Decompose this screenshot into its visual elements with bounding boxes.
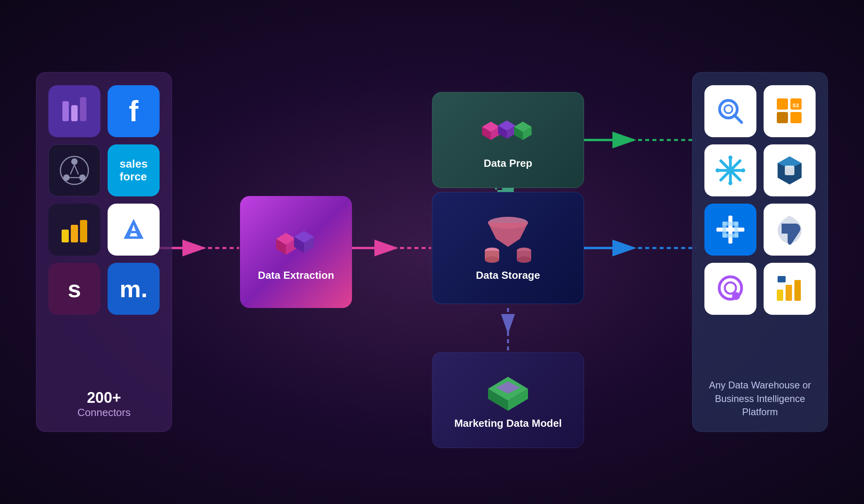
svg-point-65 bbox=[724, 105, 732, 113]
branch-icon bbox=[48, 144, 100, 196]
mdm-label: Marketing Data Model bbox=[454, 417, 562, 430]
svg-point-76 bbox=[728, 181, 732, 185]
svg-point-75 bbox=[728, 156, 732, 160]
svg-rect-69 bbox=[790, 112, 802, 123]
bigquery-icon bbox=[704, 85, 756, 137]
s3-icon: S3 bbox=[764, 85, 816, 137]
destinations-subtitle: Any Data Warehouse or Business Intellige… bbox=[708, 378, 812, 419]
svg-rect-94 bbox=[794, 280, 801, 301]
diagram-container: f salesforce bbox=[12, 12, 852, 492]
svg-rect-92 bbox=[777, 290, 783, 301]
connectors-count: 200+ bbox=[78, 389, 131, 406]
svg-point-58 bbox=[517, 256, 531, 263]
facebook-icon: f bbox=[108, 85, 160, 137]
svg-rect-33 bbox=[80, 220, 87, 242]
svg-text:S3: S3 bbox=[792, 102, 799, 108]
svg-point-55 bbox=[485, 256, 499, 263]
svg-point-78 bbox=[741, 168, 745, 172]
svg-rect-22 bbox=[71, 105, 78, 121]
google-ads-icon: A bbox=[108, 204, 160, 256]
svg-point-90 bbox=[725, 282, 736, 294]
connectors-label: 200+ Connectors bbox=[78, 389, 131, 419]
svg-rect-95 bbox=[778, 276, 786, 282]
svg-rect-93 bbox=[786, 285, 792, 301]
svg-rect-66 bbox=[777, 98, 788, 110]
svg-rect-84 bbox=[716, 228, 744, 232]
tableau-icon bbox=[704, 204, 756, 256]
mattermost-icon: m. bbox=[108, 263, 160, 315]
data-prep-box: Data Prep bbox=[432, 92, 584, 188]
powerbi-right-icon bbox=[764, 263, 816, 315]
svg-line-64 bbox=[734, 115, 742, 122]
svg-rect-21 bbox=[62, 101, 69, 121]
data-storage-box: Data Storage bbox=[432, 192, 584, 304]
connectors-grid: f salesforce bbox=[48, 85, 160, 315]
dbt-icon bbox=[764, 204, 816, 256]
extraction-label: Data Extraction bbox=[258, 269, 334, 282]
data-prep-label: Data Prep bbox=[484, 157, 532, 170]
svg-rect-88 bbox=[722, 234, 738, 238]
svg-point-27 bbox=[79, 174, 86, 181]
svg-rect-31 bbox=[62, 230, 69, 242]
snowflake-icon bbox=[704, 144, 756, 196]
destinations-label: Any Data Warehouse or Business Intellige… bbox=[704, 378, 816, 419]
marketing-data-model-box: Marketing Data Model bbox=[432, 352, 584, 448]
svg-rect-82 bbox=[785, 166, 794, 175]
salesforce-icon: salesforce bbox=[108, 144, 160, 196]
mailchimp-icon bbox=[48, 85, 100, 137]
connectors-panel: f salesforce bbox=[36, 72, 172, 432]
svg-rect-68 bbox=[777, 112, 788, 123]
looker-icon bbox=[704, 263, 756, 315]
slack-icon: s bbox=[48, 263, 100, 315]
svg-text:A: A bbox=[126, 218, 141, 241]
svg-point-77 bbox=[716, 168, 720, 172]
destinations-grid: S3 bbox=[704, 85, 816, 315]
svg-point-26 bbox=[63, 174, 70, 181]
svg-rect-23 bbox=[80, 97, 86, 121]
connectors-subtitle: Connectors bbox=[78, 406, 131, 419]
destinations-panel: S3 bbox=[692, 72, 828, 432]
data-extraction-box: Data Extraction bbox=[240, 196, 352, 308]
svg-line-28 bbox=[70, 165, 74, 174]
svg-point-91 bbox=[732, 292, 740, 300]
svg-point-25 bbox=[71, 158, 78, 165]
svg-rect-87 bbox=[722, 222, 738, 226]
data-storage-label: Data Storage bbox=[476, 269, 540, 282]
svg-rect-32 bbox=[71, 225, 78, 242]
powerbi-icon bbox=[48, 204, 100, 256]
redshift-icon bbox=[764, 144, 816, 196]
svg-line-29 bbox=[74, 165, 78, 174]
